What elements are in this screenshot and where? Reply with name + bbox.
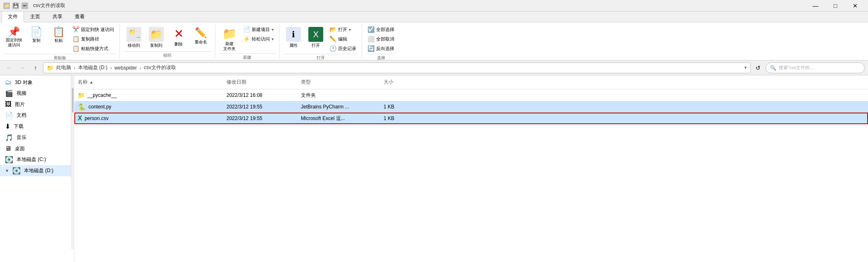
select-none-button[interactable]: ⬜ 全部取消 — [365, 34, 396, 43]
select-all-label: 全部选择 — [376, 26, 394, 33]
invert-selection-button[interactable]: 🔄 反向选择 — [365, 44, 396, 53]
new-item-button[interactable]: 📄 新建项目 ▾ — [241, 25, 276, 34]
properties-label: 属性 — [289, 43, 298, 48]
edit-button[interactable]: ✏️ 编辑 — [327, 34, 358, 43]
sidebar-item-3d[interactable]: 🗂 3D 对象 — [0, 77, 71, 88]
tab-share[interactable]: 共享 — [46, 11, 69, 22]
cut-button[interactable]: ✂️ 固定到快 速访问 — [70, 25, 116, 34]
history-icon: 🕐 — [329, 45, 336, 52]
delete-button[interactable]: ✕ 删除 — [168, 25, 189, 50]
open-small-stack: 📂 打开 ▾ ✏️ 编辑 🕐 历史记录 — [327, 25, 358, 53]
new-buttons: 📁 新建文件夹 📄 新建项目 ▾ ⚡ 轻松访问 ▾ — [219, 24, 276, 53]
copy-button[interactable]: 📄 复制 — [26, 25, 47, 50]
open-excel-label: 打开 — [312, 43, 320, 48]
tab-view[interactable]: 查看 — [69, 11, 91, 22]
expand-arrow-d: ▼ — [5, 168, 9, 173]
maximize-button[interactable]: □ — [826, 0, 845, 12]
new-folder-button[interactable]: 📁 新建文件夹 — [219, 25, 240, 53]
file-cell-person-date: 2022/3/12 19:55 — [223, 115, 298, 121]
file-cell-pycache-type: 文件夹 — [298, 92, 380, 99]
file-cell-content-date: 2022/3/12 19:55 — [223, 104, 298, 110]
address-box[interactable]: 📁 此电脑 › 本地磁盘 (D:) › webspider › csv文件的读取… — [43, 62, 751, 73]
col-header-date[interactable]: 修改日期 — [223, 77, 298, 87]
move-to-label: 移动到 — [128, 43, 140, 48]
pin-label: 固定到快速访问 — [6, 38, 22, 48]
rename-button[interactable]: ✏️ 重命名 — [190, 25, 212, 50]
properties-icon: ℹ — [286, 27, 301, 42]
open-icon: 📂 — [329, 26, 336, 33]
paste-shortcut-button[interactable]: 📋 粘贴快捷方式 — [70, 44, 116, 53]
clipboard-label: 剪贴板 — [3, 54, 116, 61]
sidebar-item-docs[interactable]: 📄 文档 — [0, 110, 71, 121]
file-cell-person-name: X person.csv — [74, 115, 223, 122]
col-header-name[interactable]: 名称 ▲ — [74, 77, 223, 87]
video-icon: 🎬 — [5, 89, 13, 97]
easy-access-label: 轻松访问 — [252, 36, 270, 42]
file-row-person[interactable]: X person.csv 2022/3/12 19:55 Microsoft E… — [74, 113, 868, 124]
copy-label: 复制 — [32, 38, 41, 43]
new-folder-label: 新建文件夹 — [223, 41, 236, 51]
col-header-size[interactable]: 大小 — [380, 77, 422, 87]
up-button[interactable]: ↑ — [30, 62, 41, 74]
delete-icon: ✕ — [174, 27, 184, 41]
main-area: 🗂 3D 对象 🎬 视频 🖼 图片 📄 文档 ⬇ 下载 🎵 音乐 — [0, 75, 868, 262]
images-icon: 🖼 — [5, 101, 12, 108]
file-name-pycache: __pycache__ — [87, 92, 117, 98]
close-button[interactable]: ✕ — [846, 0, 865, 12]
sidebar-item-video[interactable]: 🎬 视频 — [0, 88, 71, 99]
sidebar-label-desktop: 桌面 — [15, 145, 25, 152]
address-part-webspider[interactable]: webspider — [114, 65, 137, 71]
sidebar-item-desktop[interactable]: 🖥 桌面 — [0, 143, 71, 154]
pin-icon: 📌 — [8, 27, 20, 37]
history-button[interactable]: 🕐 历史记录 — [327, 44, 358, 53]
copy-path-label: 复制路径 — [81, 36, 99, 42]
search-box[interactable]: 🔍 搜索"csv文件的... — [765, 62, 865, 73]
file-row-pycache[interactable]: 📁 __pycache__ 2022/3/12 16:08 文件夹 — [74, 89, 868, 101]
open-button[interactable]: 📂 打开 ▾ — [327, 25, 358, 34]
address-separator-2: › — [110, 65, 112, 71]
address-dropdown-chevron[interactable]: ▾ — [744, 65, 747, 70]
address-part-computer[interactable]: 此电脑 — [56, 64, 71, 71]
file-row-content[interactable]: 🐍 content.py 2022/3/12 19:55 JetBrains P… — [74, 101, 868, 113]
copy-to-button[interactable]: 📁 复制到 — [145, 25, 167, 50]
select-buttons: ☑️ 全部选择 ⬜ 全部取消 🔄 反向选择 — [365, 24, 396, 54]
address-part-drive[interactable]: 本地磁盘 (D:) — [78, 64, 107, 71]
open-excel-button[interactable]: X 打开 — [305, 25, 327, 50]
edit-icon: ✏️ — [329, 36, 336, 42]
sidebar-item-drive-c[interactable]: 💽 本地磁盘 (C:) — [0, 154, 71, 165]
new-folder-icon: 📁 — [222, 27, 237, 41]
paste-shortcut-icon: 📋 — [72, 45, 79, 52]
title-bar: 📁 💾 ↩ csv文件的读取 — □ ✕ — [0, 0, 868, 12]
invert-selection-icon: 🔄 — [367, 45, 374, 52]
copy-path-button[interactable]: 📋 复制路径 — [70, 34, 116, 43]
file-type-person: Microsoft Excel 逗... — [301, 115, 345, 122]
sidebar-item-images[interactable]: 🖼 图片 — [0, 99, 71, 110]
save-icon: 💾 — [12, 2, 19, 9]
move-to-button[interactable]: 📁 → 移动到 — [123, 25, 145, 50]
open-excel-icon: X — [308, 27, 323, 42]
sidebar-item-drive-d[interactable]: ▼ 💽 本地磁盘 (D:) — [0, 165, 71, 176]
organize-buttons: 📁 → 移动到 📁 复制到 ✕ 删除 ✏️ 重命名 — [123, 24, 212, 51]
clipboard-small-stack: ✂️ 固定到快 速访问 📋 复制路径 📋 粘贴快捷方式 — [70, 25, 116, 53]
file-cell-person-size: 1 KB — [380, 115, 422, 121]
back-button[interactable]: ← — [3, 62, 15, 74]
pin-quick-access-button[interactable]: 📌 固定到快速访问 — [3, 25, 25, 50]
tab-home[interactable]: 主页 — [24, 11, 46, 22]
col-header-type[interactable]: 类型 — [298, 77, 380, 87]
forward-button[interactable]: → — [17, 62, 28, 74]
invert-selection-label: 反向选择 — [376, 46, 394, 52]
sidebar: 🗂 3D 对象 🎬 视频 🖼 图片 📄 文档 ⬇ 下载 🎵 音乐 — [0, 75, 71, 178]
easy-access-button[interactable]: ⚡ 轻松访问 ▾ — [241, 34, 276, 43]
new-item-chevron: ▾ — [272, 27, 274, 32]
properties-button[interactable]: ℹ 属性 — [283, 25, 304, 50]
paste-button[interactable]: 📋 粘贴 — [48, 25, 69, 50]
sidebar-scrollbar[interactable] — [71, 75, 74, 249]
sidebar-item-downloads[interactable]: ⬇ 下载 — [0, 121, 71, 132]
refresh-button[interactable]: ↺ — [752, 62, 764, 74]
tab-file[interactable]: 文件 — [2, 11, 24, 22]
sidebar-item-music[interactable]: 🎵 音乐 — [0, 132, 71, 143]
organize-label: 组织 — [123, 51, 212, 58]
minimize-button[interactable]: — — [806, 0, 825, 12]
ribbon-group-organize: 📁 → 移动到 📁 复制到 ✕ 删除 ✏️ 重命名 组织 — [120, 24, 215, 58]
select-all-button[interactable]: ☑️ 全部选择 — [365, 25, 396, 34]
